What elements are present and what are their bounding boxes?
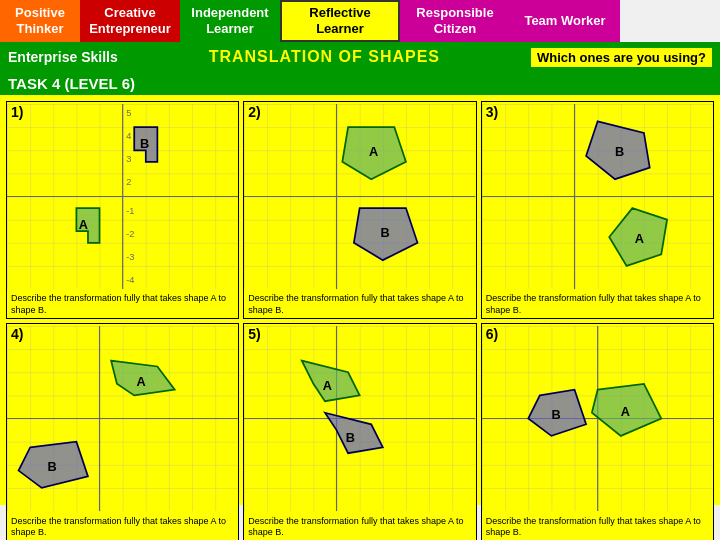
svg-text:A: A	[79, 217, 88, 232]
skills-banner: Enterprise Skills TRANSLATION OF SHAPES …	[0, 42, 720, 72]
grid-cell-6: 6) B A Describe the transformation fully	[481, 323, 714, 540]
svg-text:-3: -3	[126, 252, 134, 262]
svg-text:5: 5	[126, 108, 131, 118]
tab-independent[interactable]: Independent Learner	[180, 0, 280, 42]
tab-responsible[interactable]: Responsible Citizen	[400, 0, 510, 42]
grid-canvas-1: 5 4 3 2 -1 -2 -3 -4 B A	[7, 102, 238, 291]
tab-team[interactable]: Team Worker	[510, 0, 620, 42]
svg-text:B: B	[381, 225, 390, 240]
tab-positive[interactable]: Positive Thinker	[0, 0, 80, 42]
task-header: TASK 4 (LEVEL 6)	[0, 72, 720, 95]
svg-text:A: A	[323, 378, 332, 393]
grid-canvas-3: B A	[482, 102, 713, 291]
grid-num-5: 5)	[248, 326, 260, 342]
describe-text-4: Describe the transformation fully that t…	[7, 514, 238, 541]
grid-cell-3: 3) B A Describe the transformation fully	[481, 101, 714, 319]
grid-num-6: 6)	[486, 326, 498, 342]
grid-num-2: 2)	[248, 104, 260, 120]
svg-text:A: A	[369, 144, 378, 159]
svg-text:A: A	[137, 375, 146, 390]
grid-cell-1: 1) 5 4 3 2 -1 -2 -3	[6, 101, 239, 319]
grid-canvas-5: A B	[244, 324, 475, 513]
tab-reflective[interactable]: Reflective Learner	[280, 0, 400, 42]
svg-text:3: 3	[126, 154, 131, 164]
grid-cell-4: 4) A B Describe the transformation fully	[6, 323, 239, 540]
describe-text-3: Describe the transformation fully that t…	[482, 291, 713, 318]
grids-container: 1) 5 4 3 2 -1 -2 -3	[0, 95, 720, 505]
grid-canvas-2: A B	[244, 102, 475, 291]
describe-text-6: Describe the transformation fully that t…	[482, 514, 713, 541]
grid-num-4: 4)	[11, 326, 23, 342]
svg-text:B: B	[140, 136, 149, 151]
header-tabs: Positive Thinker Creative Entrepreneur I…	[0, 0, 720, 42]
grid-cell-2: 2) A B Describe the transformation fully	[243, 101, 476, 319]
grid-canvas-6: B A	[482, 324, 713, 513]
describe-text-1: Describe the transformation fully that t…	[7, 291, 238, 318]
svg-text:-2: -2	[126, 229, 134, 239]
svg-text:2: 2	[126, 177, 131, 187]
svg-text:A: A	[634, 231, 643, 246]
svg-text:-4: -4	[126, 275, 134, 285]
svg-text:A: A	[620, 405, 629, 420]
describe-text-5: Describe the transformation fully that t…	[244, 514, 475, 541]
grid-canvas-4: A B	[7, 324, 238, 513]
describe-text-2: Describe the transformation fully that t…	[244, 291, 475, 318]
grid-num-3: 3)	[486, 104, 498, 120]
svg-text:-1: -1	[126, 206, 134, 216]
svg-text:B: B	[47, 459, 56, 474]
grid-cell-5: 5) A B Describe the transformation fully	[243, 323, 476, 540]
svg-text:4: 4	[126, 131, 131, 141]
svg-text:B: B	[615, 144, 624, 159]
svg-text:B: B	[346, 430, 355, 445]
svg-text:B: B	[551, 407, 560, 422]
grid-num-1: 1)	[11, 104, 23, 120]
tab-creative[interactable]: Creative Entrepreneur	[80, 0, 180, 42]
